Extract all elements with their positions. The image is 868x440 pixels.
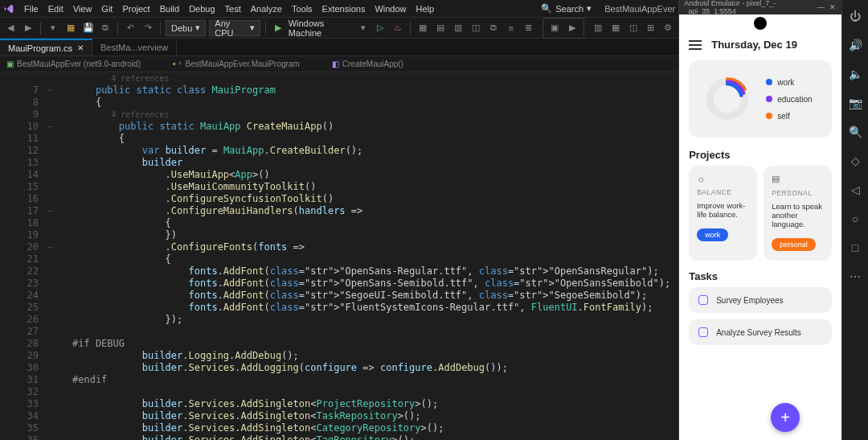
breadcrumb-project[interactable]: ▣ BestMauiAppEver (net9.0-android): [6, 60, 141, 68]
debug-target-icon[interactable]: ▷: [374, 20, 388, 36]
legend-item-self: self: [766, 112, 812, 121]
open-icon[interactable]: ▦: [63, 20, 78, 36]
project-icon: ▤: [772, 174, 824, 184]
fab-add-button[interactable]: +: [771, 403, 800, 432]
project-body: Learn to speak another language.: [772, 202, 824, 228]
chart-legend: workeducationself: [766, 78, 812, 121]
tab-close-icon[interactable]: ✕: [77, 43, 84, 52]
more-icon[interactable]: ⋯: [847, 269, 863, 285]
csharp-file-icon: ▣: [6, 60, 14, 68]
power-icon[interactable]: ⏻: [847, 8, 863, 24]
tb-icon-2[interactable]: ▤: [433, 20, 448, 36]
project-card-0[interactable]: ☼BALANCEImprove work-life balance.work: [689, 166, 757, 261]
menu-project[interactable]: Project: [117, 2, 154, 15]
legend-label: education: [777, 95, 812, 104]
hot-reload-icon[interactable]: ♨: [391, 20, 405, 36]
tab-1[interactable]: BestMa...verview: [92, 39, 177, 56]
menu-edit[interactable]: Edit: [43, 2, 68, 15]
search-chevron-icon[interactable]: ▾: [587, 3, 592, 14]
home-icon[interactable]: ○: [847, 211, 863, 227]
menu-extensions[interactable]: Extensions: [317, 2, 371, 15]
play-icon[interactable]: ▶: [271, 20, 285, 36]
tb-icon-8[interactable]: ▥: [591, 20, 605, 36]
task-checkbox[interactable]: [698, 295, 708, 305]
tb-icon-5[interactable]: ⧉: [486, 20, 501, 36]
save-icon[interactable]: 💾: [81, 20, 96, 36]
menu-tools[interactable]: Tools: [287, 2, 317, 15]
project-icon: ☼: [697, 174, 749, 183]
menu-test[interactable]: Test: [220, 2, 246, 15]
vs-logo-icon: [3, 3, 14, 14]
task-checkbox[interactable]: [698, 327, 708, 337]
live-preview-group[interactable]: ▣ ▶: [542, 18, 584, 39]
menu-help[interactable]: Help: [411, 2, 440, 15]
menu-debug[interactable]: Debug: [184, 2, 219, 15]
minimize-icon[interactable]: —: [817, 3, 825, 11]
donut-chart-card: workeducationself: [689, 60, 832, 138]
tab-0[interactable]: MauiProgram.cs✕: [0, 39, 92, 56]
date-header: Thursday, Dec 19: [711, 39, 797, 51]
menu-file[interactable]: File: [19, 2, 43, 15]
project-badge: work: [697, 228, 728, 241]
tasks-title: Tasks: [689, 270, 832, 282]
undo-icon[interactable]: ↶: [123, 20, 137, 36]
tb-icon-12[interactable]: ⚙: [661, 20, 675, 36]
tb-icon-3[interactable]: ▥: [451, 20, 465, 36]
fold-gutter[interactable]: − − − −: [48, 72, 72, 440]
run-target-chevron-icon[interactable]: ▾: [356, 20, 371, 36]
code-content[interactable]: 4 references public static class MauiPro…: [72, 72, 678, 440]
code-editor[interactable]: 78 9101112131415161718192021222324252627…: [0, 72, 678, 440]
tb-icon-4[interactable]: ◫: [469, 20, 483, 36]
redo-icon[interactable]: ↷: [141, 20, 155, 36]
donut-chart: [698, 70, 756, 128]
hamburger-icon[interactable]: [689, 40, 702, 50]
tb-icon-9[interactable]: ▦: [608, 20, 623, 36]
emulator-title: Android Emulator - pixel_7_-_api_35_1:55…: [684, 0, 810, 15]
save-all-icon[interactable]: ⧉: [99, 20, 113, 36]
task-item-0[interactable]: Survey Employees: [689, 287, 832, 313]
task-label: Analyze Survey Results: [716, 328, 801, 337]
breadcrumb-method[interactable]: ◧ CreateMauiApp(): [332, 60, 403, 68]
platform-dropdown[interactable]: Any CPU ▾: [209, 20, 260, 36]
forward-icon[interactable]: ▶: [21, 20, 35, 36]
zoom-icon[interactable]: 🔍: [847, 124, 863, 140]
menu-window[interactable]: Window: [370, 2, 411, 15]
tb-icon-7[interactable]: ≣: [522, 20, 536, 36]
rotate-icon[interactable]: ◇: [847, 153, 863, 169]
live-preview-icon-1[interactable]: ▣: [547, 20, 563, 36]
camera-icon[interactable]: 📷: [847, 95, 863, 111]
project-card-1[interactable]: ▤PERSONALLearn to speak another language…: [764, 166, 832, 261]
live-preview-icon-2[interactable]: ▶: [564, 20, 580, 36]
project-badge: personal: [772, 238, 816, 251]
overview-icon[interactable]: □: [847, 240, 863, 256]
run-target[interactable]: Windows Machine: [289, 19, 353, 38]
toolbar: ◀ ▶ ▾ ▦ 💾 ⧉ ↶ ↷ Debu ▾ Any CPU ▾ ▶ Windo…: [0, 18, 678, 39]
back-icon[interactable]: ◀: [3, 20, 18, 36]
search-icon[interactable]: 🔍: [541, 3, 552, 14]
breadcrumb-class[interactable]: • ᶜ BestMauiAppEver.MauiProgram: [173, 60, 300, 68]
config-dropdown[interactable]: Debu ▾: [166, 20, 206, 36]
menu-view[interactable]: View: [68, 2, 97, 15]
task-label: Survey Employees: [716, 296, 783, 305]
projects-title: Projects: [689, 149, 832, 161]
menu-git[interactable]: Git: [96, 2, 117, 15]
legend-label: work: [777, 78, 794, 87]
project-head: BALANCE: [697, 188, 749, 196]
menu-build[interactable]: Build: [155, 2, 184, 15]
volume-down-icon[interactable]: 🔈: [847, 66, 863, 82]
new-item-icon[interactable]: ▾: [46, 20, 60, 36]
tb-icon-10[interactable]: ◫: [626, 20, 641, 36]
emulator-titlebar: Android Emulator - pixel_7_-_api_35_1:55…: [679, 0, 841, 14]
tb-icon-1[interactable]: ▦: [416, 20, 430, 36]
task-item-1[interactable]: Analyze Survey Results: [689, 319, 832, 345]
legend-item-education: education: [766, 95, 812, 104]
tab-label: BestMa...verview: [100, 43, 168, 52]
tabbar: MauiProgram.cs✕BestMa...verview: [0, 39, 678, 56]
back-icon[interactable]: ◁: [847, 182, 863, 198]
tb-icon-6[interactable]: ≡: [504, 20, 518, 36]
tb-icon-11[interactable]: ⊞: [643, 20, 657, 36]
close-icon[interactable]: ✕: [829, 3, 837, 11]
search-label[interactable]: Search: [555, 4, 583, 14]
menu-analyze[interactable]: Analyze: [246, 2, 287, 15]
volume-up-icon[interactable]: 🔊: [847, 37, 863, 53]
